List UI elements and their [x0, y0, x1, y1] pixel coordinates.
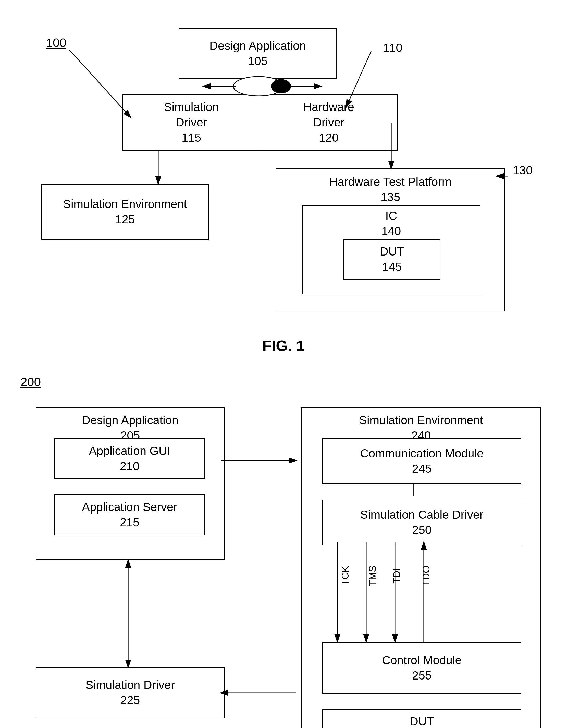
svg-point-0 [234, 77, 284, 96]
simulation-driver-225: Simulation Driver 225 [36, 667, 225, 718]
da105-label: Design Application 105 [210, 38, 306, 69]
page: 100 110 130 Design Application 105 Simul… [0, 0, 567, 728]
design-application-205: Design Application 205 Application GUI 2… [36, 407, 225, 560]
label-200: 200 [20, 375, 547, 389]
application-gui-210: Application GUI 210 [54, 438, 205, 479]
fig2-diagram: Design Application 205 Application GUI 2… [20, 397, 547, 728]
signal-tck: TCK [340, 566, 351, 586]
signal-tdi: TDI [391, 568, 402, 584]
svg-point-1 [271, 79, 291, 93]
driver-container: Simulation Driver 115 Hardware Driver 12… [123, 94, 398, 151]
svg-line-6 [69, 50, 131, 117]
simulation-cable-driver-250: Simulation Cable Driver 250 [322, 500, 521, 545]
label-130: 130 [513, 163, 533, 177]
fig2-wrapper: 200 Design Application 205 Application G… [20, 375, 547, 728]
application-server-215: Application Server 215 [54, 494, 205, 535]
simulation-driver-115: Simulation Driver 115 [123, 95, 260, 150]
fig1-caption: FIG. 1 [20, 337, 547, 355]
simulation-environment-125: Simulation Environment 125 [41, 184, 209, 240]
dut-260: DUT 260 [322, 709, 521, 728]
hardware-driver-120: Hardware Driver 120 [260, 95, 397, 150]
hardware-test-platform-135: Hardware Test Platform 135 IC 140 DUT 14… [276, 168, 505, 311]
ic-140: IC 140 DUT 145 [302, 205, 480, 294]
fig1-diagram: 100 110 130 Design Application 105 Simul… [20, 20, 547, 327]
label-110: 110 [383, 41, 402, 55]
signal-tdo: TDO [421, 565, 432, 586]
dut-145: DUT 145 [343, 239, 440, 280]
signal-tms: TMS [367, 565, 378, 586]
design-application-105: Design Application 105 [179, 28, 337, 79]
communication-module-245: Communication Module 245 [322, 438, 521, 484]
control-module-255: Control Module 255 [322, 642, 521, 694]
label-100: 100 [46, 36, 66, 50]
